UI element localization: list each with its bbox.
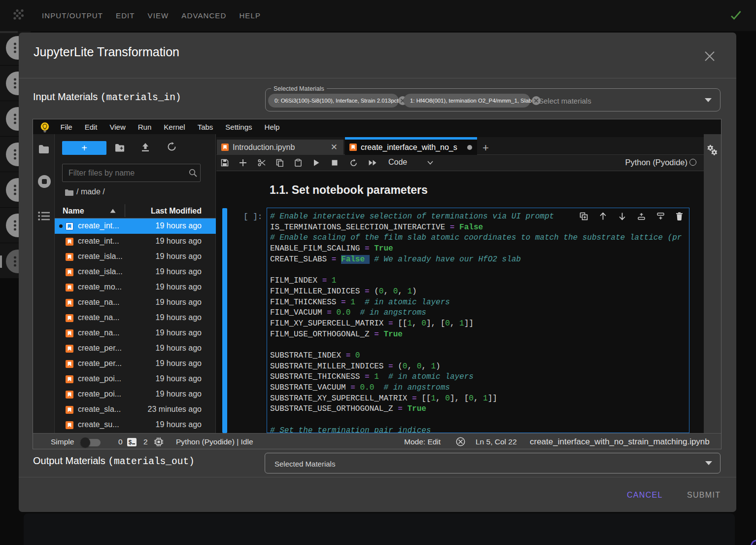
svg-text:$: $ bbox=[129, 439, 132, 446]
